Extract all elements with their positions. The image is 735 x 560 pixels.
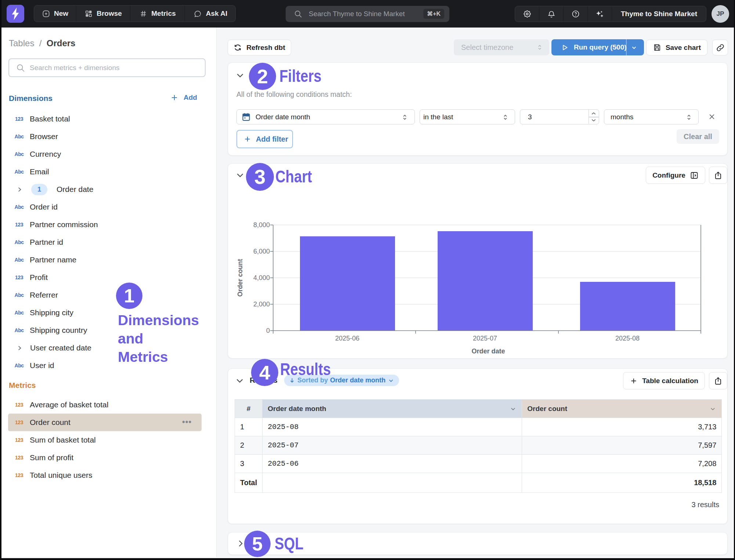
svg-text:2025-08: 2025-08 — [615, 335, 640, 342]
svg-text:2,000: 2,000 — [253, 301, 270, 308]
svg-text:0: 0 — [266, 327, 270, 334]
svg-text:2025-07: 2025-07 — [473, 335, 497, 342]
svg-text:8,000: 8,000 — [253, 221, 270, 229]
svg-text:Order count: Order count — [236, 259, 244, 297]
svg-text:2025-06: 2025-06 — [335, 335, 359, 342]
svg-text:4,000: 4,000 — [253, 274, 270, 281]
svg-text:6,000: 6,000 — [253, 248, 270, 255]
svg-text:Order date: Order date — [471, 348, 505, 355]
